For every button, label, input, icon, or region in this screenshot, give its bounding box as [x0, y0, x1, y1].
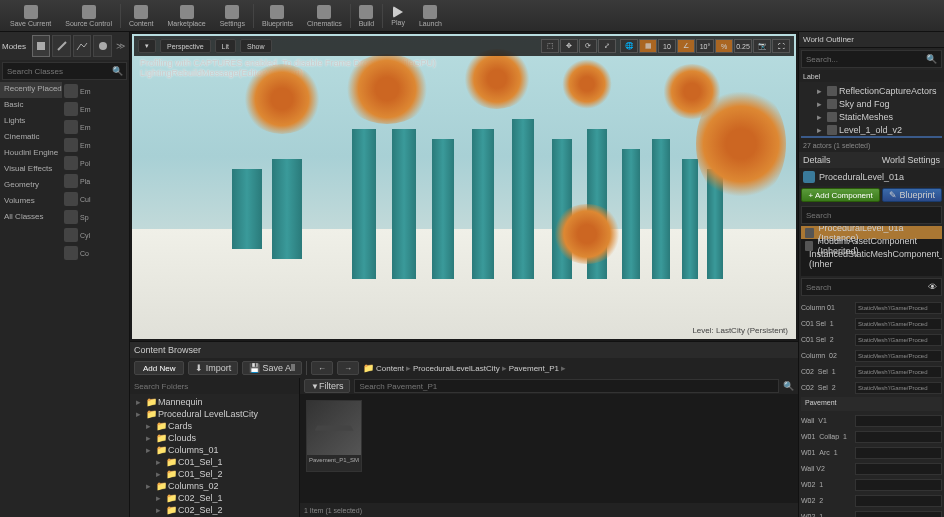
property-value[interactable]: StaticMesh'/Game/Proced	[855, 366, 942, 378]
component-row[interactable]: InstancedStaticMeshComponent_0 (Inher	[801, 252, 942, 265]
actor-item[interactable]: Cyl	[62, 226, 129, 244]
cat-volumes[interactable]: Volumes	[0, 194, 62, 210]
cat-recently-placed[interactable]: Recently Placed	[0, 82, 62, 98]
outliner-search[interactable]	[806, 55, 926, 64]
property-value[interactable]: StaticMesh'/Game/Proced	[855, 334, 942, 346]
expand-icon[interactable]: ▸	[136, 409, 144, 419]
cb-path-fwd[interactable]: →	[337, 361, 359, 375]
cat-cinematic[interactable]: Cinematic	[0, 130, 62, 146]
source-tree-row[interactable]: ▸📁Columns_02	[132, 480, 297, 492]
details-comp-search[interactable]	[806, 211, 937, 220]
source-tree-row[interactable]: ▸📁Columns_01	[132, 444, 297, 456]
mode-foliage[interactable]	[93, 35, 111, 57]
toolbar-cinematics[interactable]: Cinematics	[301, 2, 348, 30]
actor-item[interactable]: Co	[62, 244, 129, 262]
actor-item[interactable]: Em	[62, 82, 129, 100]
vp-scale-snap-val[interactable]: 0.25	[734, 39, 752, 53]
mode-place[interactable]	[32, 35, 50, 57]
vp-options[interactable]: ▾	[138, 39, 156, 53]
expand-icon[interactable]: ▸	[817, 112, 825, 122]
expand-icon[interactable]: ▸	[156, 457, 164, 467]
cat-lights[interactable]: Lights	[0, 114, 62, 130]
expand-icon[interactable]: ▸	[146, 421, 154, 431]
cat-houdini[interactable]: Houdini Engine	[0, 146, 62, 162]
property-value[interactable]	[855, 463, 942, 475]
toolbar-play[interactable]: Play	[385, 2, 411, 30]
source-tree-row[interactable]: ▸📁Procedural LevelLastCity	[132, 408, 297, 420]
expand-icon[interactable]: ▸	[146, 481, 154, 491]
asset-tile[interactable]: Pavement_P1_SM	[306, 400, 362, 472]
outliner-row[interactable]: ▸StaticMeshes	[801, 110, 942, 123]
vp-angle-snap-val[interactable]: 10°	[696, 39, 714, 53]
source-tree-row[interactable]: ▸📁Cards	[132, 420, 297, 432]
vp-transform-rotate[interactable]: ⟳	[579, 39, 597, 53]
prop-section-header[interactable]: Pavement	[801, 397, 942, 411]
cat-geometry[interactable]: Geometry	[0, 178, 62, 194]
source-tree-row[interactable]: ▸📁C01_Sel_1	[132, 456, 297, 468]
edit-blueprint-button[interactable]: ✎ Blueprint	[882, 188, 942, 202]
property-value[interactable]	[855, 447, 942, 459]
vp-transform-move[interactable]: ✥	[560, 39, 578, 53]
actor-item[interactable]: Cul	[62, 190, 129, 208]
property-value[interactable]	[855, 495, 942, 507]
world-outliner-tab[interactable]: World Outliner	[803, 35, 940, 44]
property-value[interactable]: StaticMesh'/Game/Proced	[855, 382, 942, 394]
viewport[interactable]: ▾ Perspective Lit Show ⬚ ✥ ⟳ ⤢ 🌐 ▦ 10 ∠ …	[132, 34, 796, 339]
vp-angle-snap[interactable]: ∠	[677, 39, 695, 53]
toolbar-build[interactable]: Build	[353, 2, 381, 30]
actor-item[interactable]: Pol	[62, 154, 129, 172]
toolbar-content[interactable]: Content	[123, 2, 160, 30]
toolbar-blueprints[interactable]: Blueprints	[256, 2, 299, 30]
toolbar-settings[interactable]: Settings	[214, 2, 251, 30]
actor-item[interactable]: Pla	[62, 172, 129, 190]
property-value[interactable]: StaticMesh'/Game/Proced	[855, 302, 942, 314]
source-tree-row[interactable]: ▸📁C02_Sel_2	[132, 504, 297, 516]
modes-expand[interactable]: ≫	[114, 35, 127, 57]
expand-icon[interactable]: ▸	[146, 433, 154, 443]
vp-show[interactable]: Show	[240, 39, 272, 53]
vp-scale-snap[interactable]: %	[715, 39, 733, 53]
cat-basic[interactable]: Basic	[0, 98, 62, 114]
cb-add-new[interactable]: Add New	[134, 361, 184, 375]
add-component-button[interactable]: + Add Component	[801, 188, 880, 202]
property-value[interactable]	[855, 415, 942, 427]
cat-all-classes[interactable]: All Classes	[0, 210, 62, 226]
cb-asset-search[interactable]	[354, 379, 779, 393]
expand-icon[interactable]: ▸	[817, 99, 825, 109]
crumb-1[interactable]: ProceduralLevelLastCity	[413, 364, 500, 373]
outliner-row[interactable]: ▸Sky and Fog	[801, 97, 942, 110]
source-tree-row[interactable]: ▸📁Clouds	[132, 432, 297, 444]
source-tree-row[interactable]: ▸📁C01_Sel_2	[132, 468, 297, 480]
vp-maximize[interactable]: ⛶	[772, 39, 790, 53]
vp-coord-space[interactable]: 🌐	[620, 39, 638, 53]
vp-perspective[interactable]: Perspective	[160, 39, 211, 53]
vp-transform-scale[interactable]: ⤢	[598, 39, 616, 53]
vp-grid-snap-val[interactable]: 10	[658, 39, 676, 53]
modes-search-input[interactable]	[7, 67, 112, 76]
source-tree-row[interactable]: ▸📁C02_Sel_1	[132, 492, 297, 504]
expand-icon[interactable]: ▸	[817, 125, 825, 135]
cb-save-all[interactable]: 💾 Save All	[242, 361, 302, 375]
expand-icon[interactable]: ▸	[136, 397, 144, 407]
cb-asset-grid[interactable]: Pavement_P1_SM	[300, 394, 798, 503]
details-tab[interactable]: Details	[803, 155, 831, 165]
property-value[interactable]: StaticMesh'/Game/Proced	[855, 350, 942, 362]
toolbar-marketplace[interactable]: Marketplace	[161, 2, 211, 30]
outliner-row[interactable]: ▸ReflectionCaptureActors	[801, 84, 942, 97]
details-prop-search[interactable]	[806, 283, 928, 292]
property-value[interactable]: StaticMesh'/Game/Proced	[855, 318, 942, 330]
vp-surface-snap[interactable]: ▦	[639, 39, 657, 53]
toolbar-launch[interactable]: Launch	[413, 2, 448, 30]
expand-icon[interactable]: ▸	[146, 445, 154, 455]
content-browser-tab[interactable]: Content Browser	[134, 345, 201, 355]
actor-item[interactable]: Em	[62, 100, 129, 118]
property-value[interactable]	[855, 511, 942, 518]
vp-lit[interactable]: Lit	[215, 39, 236, 53]
vp-camera-speed[interactable]: 📷	[753, 39, 771, 53]
mode-paint[interactable]	[52, 35, 70, 57]
expand-icon[interactable]: ▸	[156, 493, 164, 503]
world-settings-tab[interactable]: World Settings	[882, 155, 940, 165]
actor-item[interactable]: Em	[62, 118, 129, 136]
toolbar-source-control[interactable]: Source Control	[59, 2, 118, 30]
cb-path-back[interactable]: ←	[311, 361, 333, 375]
